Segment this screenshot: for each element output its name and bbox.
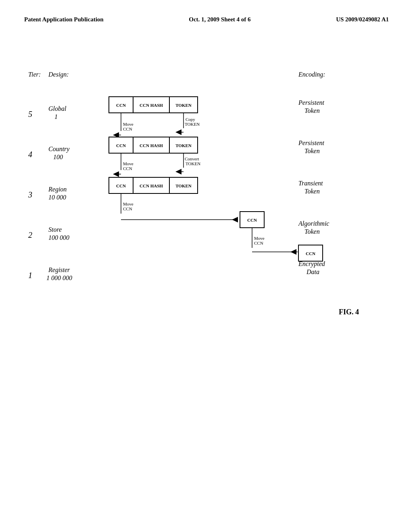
svg-text:Transient: Transient: [298, 180, 323, 187]
svg-text:1 000 000: 1 000 000: [46, 274, 72, 281]
svg-text:100 000: 100 000: [48, 234, 69, 241]
svg-text:CCN HASH: CCN HASH: [140, 183, 163, 188]
svg-text:Global: Global: [48, 105, 67, 112]
svg-text:TOKEN: TOKEN: [186, 161, 200, 166]
main-diagram: Tier: Design: Encoding: 5 Global 1 Persi…: [16, 64, 399, 447]
svg-text:2: 2: [28, 231, 32, 239]
svg-text:CCN: CCN: [123, 166, 132, 171]
svg-text:CCN: CCN: [123, 206, 132, 211]
svg-text:CCN: CCN: [116, 103, 126, 108]
svg-text:Convert: Convert: [185, 156, 199, 161]
header-left: Patent Application Publication: [24, 16, 104, 23]
svg-text:Encoding:: Encoding:: [298, 71, 325, 78]
svg-text:CCN HASH: CCN HASH: [140, 103, 163, 108]
svg-text:Design:: Design:: [48, 71, 69, 78]
svg-text:CCN: CCN: [123, 127, 132, 131]
svg-text:CCN: CCN: [116, 183, 126, 188]
svg-text:Move: Move: [123, 122, 133, 127]
svg-text:5: 5: [28, 110, 32, 118]
svg-text:Data: Data: [306, 268, 319, 275]
svg-text:Persistent: Persistent: [298, 99, 325, 106]
svg-text:Move: Move: [123, 202, 133, 206]
svg-text:Token: Token: [305, 148, 320, 154]
svg-text:1: 1: [54, 113, 58, 120]
svg-text:CCN: CCN: [247, 218, 257, 222]
svg-text:Copy: Copy: [186, 117, 195, 122]
header-right: US 2009/0249082 A1: [336, 16, 389, 23]
svg-text:CCN: CCN: [116, 143, 126, 148]
header-middle: Oct. 1, 2009 Sheet 4 of 6: [189, 16, 250, 23]
svg-text:Algorithmic: Algorithmic: [298, 220, 329, 227]
svg-text:100: 100: [53, 154, 63, 160]
fig-label: FIG. 4: [339, 308, 359, 316]
svg-text:CCN: CCN: [254, 241, 263, 245]
svg-text:TOKEN: TOKEN: [175, 103, 192, 108]
svg-text:1: 1: [28, 271, 32, 280]
svg-text:Register: Register: [48, 266, 70, 274]
svg-text:4: 4: [28, 150, 32, 159]
svg-text:Persistent: Persistent: [298, 139, 325, 146]
svg-text:Move: Move: [123, 161, 133, 166]
svg-text:TOKEN: TOKEN: [175, 183, 192, 188]
svg-text:CCN HASH: CCN HASH: [140, 143, 163, 148]
svg-text:Token: Token: [305, 107, 320, 114]
svg-text:Tier:: Tier:: [28, 71, 41, 78]
svg-text:10 000: 10 000: [48, 194, 66, 201]
page-header: Patent Application Publication Oct. 1, 2…: [0, 0, 413, 23]
svg-text:Region: Region: [48, 186, 67, 193]
svg-text:Move: Move: [254, 236, 265, 241]
svg-text:Store: Store: [48, 226, 62, 233]
svg-text:Token: Token: [305, 188, 320, 195]
svg-text:3: 3: [28, 190, 32, 199]
svg-text:CCN: CCN: [306, 251, 315, 256]
svg-text:Token: Token: [305, 228, 320, 235]
svg-text:TOKEN: TOKEN: [175, 143, 192, 148]
svg-text:TOKEN: TOKEN: [185, 122, 200, 127]
svg-text:Country: Country: [48, 145, 70, 153]
